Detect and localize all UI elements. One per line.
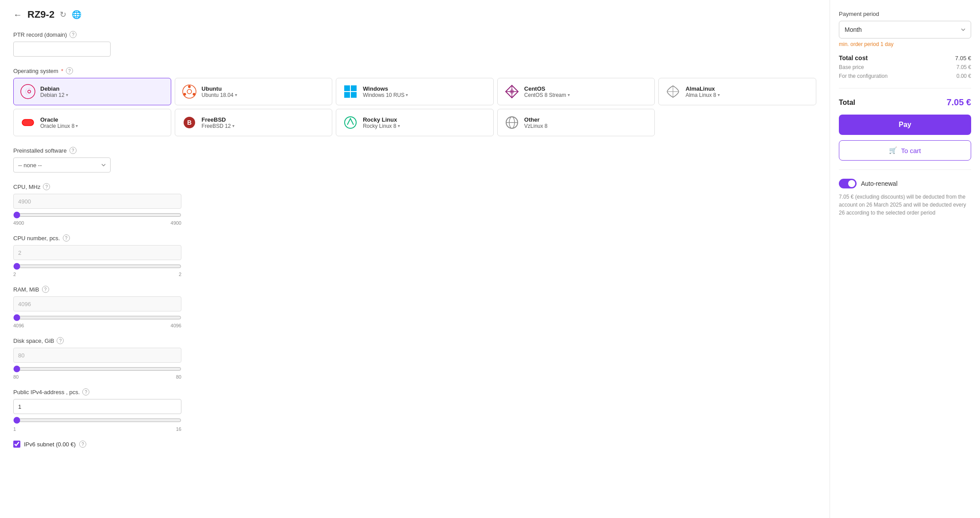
os-version-centos: CentOS 8 Stream ▾ [524, 92, 570, 98]
auto-renewal-row: Auto-renewal [839, 179, 971, 188]
cpu-number-range: 2 2 [13, 272, 181, 277]
os-version-rockylinux: Rocky Linux 8 ▾ [363, 123, 400, 129]
os-version-ubuntu: Ubuntu 18.04 ▾ [202, 92, 237, 98]
os-option-windows[interactable]: Windows Windows 10 RUS ▾ [336, 78, 494, 105]
total-value: 7.05 € [946, 97, 971, 107]
os-label: Operating system * ? [13, 67, 816, 74]
os-name-windows: Windows [363, 85, 408, 92]
config-label: For the configuration [839, 73, 888, 79]
ptr-record-label: PTR record (domain) ? [13, 31, 816, 38]
os-version-oracle: Oracle Linux 8 ▾ [40, 123, 78, 129]
ram-slider[interactable] [13, 314, 181, 321]
svg-point-3 [192, 93, 195, 96]
config-value: 0.00 € [957, 73, 971, 79]
auto-renewal-toggle[interactable] [839, 179, 857, 188]
divider-2 [839, 169, 971, 170]
os-option-centos[interactable]: CentOS CentOS 8 Stream ▾ [497, 78, 655, 105]
cost-section: Total cost 7.05 € Base price 7.05 € For … [839, 54, 971, 79]
payment-sidebar: Payment period Month Quarter Half year Y… [830, 0, 980, 518]
cpu-number-label: CPU number, pcs. ? [13, 234, 816, 242]
ram-range: 4096 4096 [13, 323, 181, 328]
os-option-ubuntu[interactable]: Ubuntu Ubuntu 18.04 ▾ [175, 78, 333, 105]
ipv6-subnet-label: IPv6 subnet (0.00 €) [24, 441, 76, 448]
ipv6-subnet-checkbox[interactable] [13, 441, 20, 448]
svg-point-4 [183, 93, 186, 96]
cpu-number-slider[interactable] [13, 263, 181, 270]
pay-button[interactable]: Pay [839, 115, 971, 135]
disk-help-icon[interactable]: ? [57, 337, 64, 344]
total-label: Total [839, 99, 855, 107]
ram-help-icon[interactable]: ? [42, 286, 49, 293]
os-option-oracle[interactable]: Oracle Oracle Linux 8 ▾ [13, 109, 171, 136]
windows-icon [342, 84, 358, 100]
ptr-record-input[interactable] [13, 42, 111, 57]
debian-icon [20, 84, 36, 100]
ubuntu-icon [181, 84, 197, 100]
software-select[interactable]: -- none -- [13, 157, 111, 173]
os-version-windows: Windows 10 RUS ▾ [363, 92, 408, 98]
almalinux-icon [665, 84, 681, 100]
os-version-freebsd: FreeBSD 12 ▾ [202, 123, 234, 129]
ipv6-subnet-row: IPv6 subnet (0.00 €) ? [13, 441, 816, 448]
svg-text:B: B [187, 119, 192, 126]
ipv4-help-icon[interactable]: ? [82, 388, 89, 395]
svg-rect-9 [351, 92, 357, 98]
software-help-icon[interactable]: ? [69, 147, 77, 154]
os-version-other: VzLinux 8 [524, 123, 548, 129]
svg-rect-8 [344, 92, 350, 98]
os-name-other: Other [524, 116, 548, 123]
total-cost-value: 7.05 € [955, 55, 971, 61]
ptr-record-help-icon[interactable]: ? [69, 31, 77, 38]
cpu-mhz-label: CPU, MHz ? [13, 183, 816, 190]
os-option-debian[interactable]: Debian Debian 12 ▾ [13, 78, 171, 105]
ipv4-slider[interactable] [13, 417, 181, 424]
os-name-almalinux: AlmaLinux [685, 85, 719, 92]
oracle-icon [20, 115, 36, 130]
payment-period-select[interactable]: Month Quarter Half year Year [839, 21, 971, 38]
cart-button-label: To cart [901, 147, 921, 154]
ipv4-input[interactable] [13, 399, 181, 414]
ram-label: RAM, MiB ? [13, 286, 816, 293]
disk-label: Disk space, GiB ? [13, 337, 816, 344]
cpu-number-display: 2 [13, 245, 181, 260]
other-icon [504, 115, 520, 130]
cart-button[interactable]: 🛒 To cart [839, 140, 971, 161]
os-option-freebsd[interactable]: B FreeBSD FreeBSD 12 ▾ [175, 109, 333, 136]
ipv4-range: 1 16 [13, 426, 181, 432]
globe-icon[interactable]: 🌐 [72, 10, 81, 19]
os-help-icon[interactable]: ? [66, 67, 73, 74]
cpu-mhz-help-icon[interactable]: ? [43, 183, 50, 190]
os-option-almalinux[interactable]: AlmaLinux Alma Linux 8 ▾ [658, 78, 816, 105]
os-version-almalinux: Alma Linux 8 ▾ [685, 92, 719, 98]
svg-rect-13 [22, 119, 34, 126]
page-title: RZ9-2 [27, 9, 54, 20]
back-button[interactable]: ← [13, 10, 22, 20]
auto-renewal-label: Auto-renewal [861, 180, 898, 187]
os-name-rockylinux: Rocky Linux [363, 116, 400, 123]
os-version-debian: Debian 12 ▾ [40, 92, 68, 98]
total-cost-label: Total cost [839, 54, 868, 61]
base-price-value: 7.05 € [957, 64, 971, 70]
ipv6-help-icon[interactable]: ? [79, 441, 86, 448]
svg-rect-6 [344, 85, 350, 91]
os-name-debian: Debian [40, 85, 68, 92]
cpu-mhz-slider[interactable] [13, 211, 181, 219]
auto-renewal-desc: 7.05 € (excluding discounts) will be ded… [839, 193, 971, 217]
software-label: Preinstalled software ? [13, 147, 816, 154]
payment-period-label: Payment period [839, 11, 971, 17]
os-name-oracle: Oracle [40, 116, 78, 123]
os-option-rockylinux[interactable]: Rocky Linux Rocky Linux 8 ▾ [336, 109, 494, 136]
divider-1 [839, 88, 971, 88]
cpu-mhz-range: 4900 4900 [13, 220, 181, 226]
total-row: Total 7.05 € [839, 97, 971, 107]
disk-slider[interactable] [13, 365, 181, 372]
os-name-centos: CentOS [524, 85, 570, 92]
disk-display: 80 [13, 348, 181, 363]
os-option-other[interactable]: Other VzLinux 8 [497, 109, 655, 136]
ram-display: 4096 [13, 296, 181, 311]
refresh-icon[interactable]: ↻ [60, 10, 66, 19]
cpu-number-help-icon[interactable]: ? [63, 234, 70, 242]
os-name-ubuntu: Ubuntu [202, 85, 237, 92]
svg-point-2 [188, 85, 191, 88]
svg-rect-7 [351, 85, 357, 91]
